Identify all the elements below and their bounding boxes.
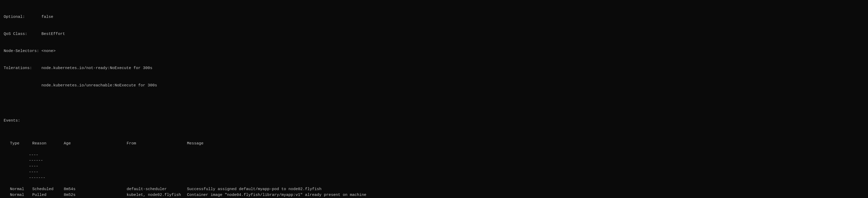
node-selectors-label: Node-Selectors: — [4, 48, 41, 54]
optional-value: false — [41, 14, 53, 20]
sep-type: ---- — [29, 152, 51, 158]
optional-label: Optional: — [4, 14, 41, 20]
events-section: Events: Type Reason Age From Message ---… — [4, 107, 864, 198]
header-age: Age — [64, 141, 127, 146]
table-row: Normal Scheduled 8m54s default-scheduler… — [4, 187, 864, 192]
header-reason: Reason — [32, 141, 64, 146]
metadata-node-selectors: Node-Selectors: <none> — [4, 48, 864, 54]
row-from: kubelet, node02.flyfish — [127, 192, 187, 198]
qos-label: QoS Class: — [4, 31, 41, 37]
row-age: 8m54s — [64, 187, 127, 192]
tolerations-spacer — [4, 83, 41, 88]
metadata-tolerations-1: Tolerations: node.kubernetes.io/not-read… — [4, 65, 864, 71]
sep-reason: ------ — [29, 158, 60, 164]
tolerations-value-2: node.kubernetes.io/unreachable:NoExecute… — [41, 83, 157, 88]
table-row: Normal Pulled 8m52s kubelet, node02.flyf… — [4, 192, 864, 198]
header-type: Type — [10, 141, 32, 146]
metadata-optional: Optional: false — [4, 14, 864, 20]
metadata-qos: QoS Class: BestEffort — [4, 31, 864, 37]
tolerations-value-1: node.kubernetes.io/not-ready:NoExecute f… — [41, 65, 152, 71]
row-message: Successfully assigned default/myapp-pod … — [187, 187, 864, 192]
row-from: default-scheduler — [127, 187, 187, 192]
row-reason: Pulled — [32, 192, 64, 198]
row-age: 8m52s — [64, 192, 127, 198]
terminal: Optional: false QoS Class: BestEffort No… — [4, 3, 864, 198]
sep-message: ------- — [29, 175, 45, 181]
events-separator-row: ---- ------ ---- ---- ------- — [4, 146, 864, 187]
metadata-tolerations-2: node.kubernetes.io/unreachable:NoExecute… — [4, 83, 864, 88]
events-label: Events: — [4, 118, 864, 124]
header-message: Message — [187, 141, 864, 146]
events-header-row: Type Reason Age From Message — [4, 141, 864, 146]
row-type: Normal — [10, 187, 32, 192]
header-from: From — [127, 141, 187, 146]
sep-age: ---- — [29, 164, 92, 169]
row-reason: Scheduled — [32, 187, 64, 192]
sep-from: ---- — [29, 169, 89, 175]
node-selectors-value: <none> — [41, 48, 56, 54]
qos-value: BestEffort — [41, 31, 65, 37]
row-type: Normal — [10, 192, 32, 198]
events-table: Type Reason Age From Message ---- ------… — [4, 141, 864, 198]
tolerations-label: Tolerations: — [4, 65, 41, 71]
row-message: Container image "node04.flyfish/library/… — [187, 192, 864, 198]
